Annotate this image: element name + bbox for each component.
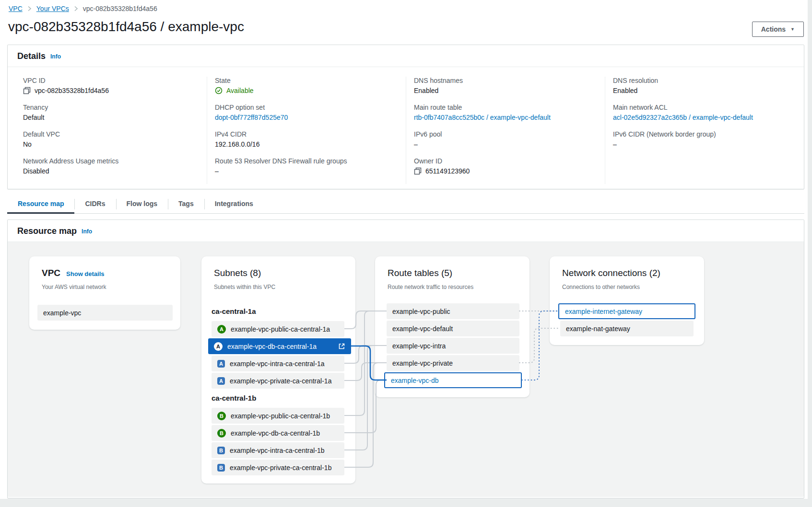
details-column-3: DNS hostnames Enabled Main route table r… bbox=[406, 77, 605, 184]
ipv4-cidr-value: 192.168.0.0/16 bbox=[215, 140, 398, 148]
subnet-label: example-vpc-intra-ca-central-1a bbox=[230, 360, 325, 368]
dns-hostnames-value: Enabled bbox=[414, 87, 597, 94]
breadcrumb-your-vpcs-link[interactable]: Your VPCs bbox=[36, 5, 69, 12]
field-ipv4-cidr: IPv4 CIDR 192.168.0.0/16 bbox=[215, 130, 398, 148]
ipv6-pool-value: – bbox=[414, 140, 597, 148]
subnet-item-intra-1a[interactable]: A example-vpc-intra-ca-central-1a bbox=[212, 356, 344, 371]
field-label: DNS resolution bbox=[613, 77, 796, 84]
details-panel: Details Info VPC ID vpc-082b35328b1fd4a5… bbox=[7, 45, 804, 189]
route-table-item-public[interactable]: example-vpc-public bbox=[387, 303, 519, 319]
route-table-label: example-vpc-default bbox=[392, 325, 453, 333]
network-connection-label: example-nat-gateway bbox=[566, 325, 630, 333]
route-table-item-intra[interactable]: example-vpc-intra bbox=[387, 338, 519, 354]
field-ipv6-cidr: IPv6 CIDR (Network border group) – bbox=[613, 130, 796, 148]
field-dns-hostnames: DNS hostnames Enabled bbox=[414, 77, 597, 94]
actions-button-label: Actions bbox=[761, 25, 786, 33]
az-a-badge-icon: A bbox=[214, 342, 223, 351]
subnet-label: example-vpc-intra-ca-central-1b bbox=[230, 447, 325, 454]
route-table-label: example-vpc-public bbox=[392, 308, 450, 315]
az-a-badge-icon: A bbox=[217, 377, 225, 385]
details-info-link[interactable]: Info bbox=[50, 53, 61, 60]
route-table-item-db-highlighted[interactable]: example-vpc-db bbox=[384, 372, 522, 388]
copy-icon[interactable] bbox=[23, 87, 31, 94]
route53-firewall-value: – bbox=[215, 167, 398, 175]
chevron-right-icon bbox=[74, 5, 78, 12]
copy-icon[interactable] bbox=[414, 167, 422, 175]
field-label: IPv6 pool bbox=[414, 130, 597, 138]
tab-cidrs[interactable]: CIDRs bbox=[74, 195, 116, 213]
dhcp-option-set-link[interactable]: dopt-0bf772ff87d525e70 bbox=[215, 114, 398, 121]
field-label: Default VPC bbox=[23, 130, 199, 138]
subnet-item-private-1b[interactable]: B example-vpc-private-ca-central-1b bbox=[212, 460, 344, 475]
field-label: Network Address Usage metrics bbox=[23, 157, 199, 165]
subnet-label: example-vpc-private-ca-central-1b bbox=[230, 464, 331, 472]
field-label: IPv4 CIDR bbox=[215, 130, 398, 138]
subnet-label: example-vpc-db-ca-central-1a bbox=[227, 343, 317, 350]
network-item-nat-gateway[interactable]: example-nat-gateway bbox=[560, 321, 694, 336]
resource-map-info-link[interactable]: Info bbox=[82, 228, 92, 235]
route-tables-card: Route tables (5) Route network traffic t… bbox=[375, 256, 530, 397]
network-connection-label: example-internet-gateway bbox=[565, 308, 642, 315]
subnet-label: example-vpc-public-ca-central-1a bbox=[231, 325, 330, 333]
field-state: State Available bbox=[215, 77, 398, 94]
details-grid: VPC ID vpc-082b35328b1fd4a56 Tenancy Def… bbox=[8, 67, 804, 188]
tenancy-value: Default bbox=[23, 114, 199, 121]
main-network-acl-link[interactable]: acl-02e5d92327a2c365b / example-vpc-defa… bbox=[613, 114, 796, 121]
route-tables-card-title: Route tables (5) bbox=[388, 268, 452, 278]
network-item-internet-gateway-highlighted[interactable]: example-internet-gateway bbox=[558, 303, 695, 319]
breadcrumb-vpc-link[interactable]: VPC bbox=[9, 5, 23, 12]
tab-integrations[interactable]: Integrations bbox=[204, 195, 264, 213]
vpc-id-value: vpc-082b35328b1fd4a56 bbox=[35, 87, 109, 94]
route-table-label: example-vpc-private bbox=[392, 359, 453, 367]
main-route-table-link[interactable]: rtb-0fb7407a8cc525b0c / example-vpc-defa… bbox=[414, 114, 597, 121]
tab-flow-logs[interactable]: Flow logs bbox=[116, 195, 168, 213]
resource-map-title: Resource map bbox=[17, 226, 77, 236]
az-a-badge-icon: A bbox=[217, 360, 225, 368]
route-table-item-default[interactable]: example-vpc-default bbox=[387, 321, 519, 336]
field-label: Main route table bbox=[414, 104, 597, 111]
network-card-title: Network connections (2) bbox=[562, 268, 660, 278]
field-dhcp-option-set: DHCP option set dopt-0bf772ff87d525e70 bbox=[215, 104, 398, 121]
subnet-item-db-1a-selected[interactable]: A example-vpc-db-ca-central-1a bbox=[208, 338, 351, 354]
subnet-item-public-1b[interactable]: B example-vpc-public-ca-central-1b bbox=[212, 408, 344, 424]
state-value: Available bbox=[226, 87, 254, 94]
route-table-label: example-vpc-intra bbox=[392, 342, 446, 350]
az-b-badge-icon: B bbox=[217, 429, 226, 438]
az-b-badge-icon: B bbox=[217, 447, 225, 454]
breadcrumb-current: vpc-082b35328b1fd4a56 bbox=[83, 5, 157, 12]
chevron-right-icon bbox=[27, 5, 32, 12]
details-title: Details bbox=[17, 51, 46, 61]
subnet-item-intra-1b[interactable]: B example-vpc-intra-ca-central-1b bbox=[212, 442, 344, 458]
resource-map-content: VPC Show details Your AWS virtual networ… bbox=[8, 242, 804, 497]
field-default-vpc: Default VPC No bbox=[23, 130, 199, 148]
field-ipv6-pool: IPv6 pool – bbox=[414, 130, 597, 148]
tab-resource-map[interactable]: Resource map bbox=[7, 195, 74, 213]
network-card-subtitle: Connections to other networks bbox=[562, 284, 640, 290]
az-b-badge-icon: B bbox=[217, 412, 226, 420]
subnet-label: example-vpc-public-ca-central-1b bbox=[231, 412, 330, 420]
resource-map-header: Resource map Info bbox=[8, 220, 804, 242]
subnet-item-private-1a[interactable]: A example-vpc-private-ca-central-1a bbox=[212, 373, 344, 389]
subnet-item-db-1b[interactable]: B example-vpc-db-ca-central-1b bbox=[212, 425, 344, 441]
route-table-item-private[interactable]: example-vpc-private bbox=[387, 355, 519, 371]
subnet-item-public-1a[interactable]: A example-vpc-public-ca-central-1a bbox=[212, 321, 344, 337]
actions-button[interactable]: Actions ▼ bbox=[752, 22, 804, 37]
vpc-item-label: example-vpc bbox=[43, 309, 81, 317]
page-title: vpc-082b35328b1fd4a56 / example-vpc bbox=[8, 19, 244, 35]
ipv6-cidr-value: – bbox=[613, 140, 796, 148]
network-connections-card: Network connections (2) Connections to o… bbox=[550, 256, 704, 345]
tab-tags[interactable]: Tags bbox=[168, 195, 204, 213]
show-details-link[interactable]: Show details bbox=[66, 270, 104, 277]
field-label: Tenancy bbox=[23, 104, 199, 111]
field-label: Route 53 Resolver DNS Firewall rule grou… bbox=[215, 157, 398, 165]
field-label: State bbox=[215, 77, 398, 84]
vpc-item[interactable]: example-vpc bbox=[37, 305, 173, 321]
field-label: VPC ID bbox=[23, 77, 199, 84]
route-table-label: example-vpc-db bbox=[391, 377, 439, 384]
route-tables-card-subtitle: Route network traffic to resources bbox=[388, 284, 473, 290]
resource-map-panel: Resource map Info VPC Show details Your … bbox=[7, 219, 804, 498]
field-route53-firewall: Route 53 Resolver DNS Firewall rule grou… bbox=[215, 157, 398, 175]
page-bottom-gutter bbox=[0, 499, 812, 507]
external-link-icon[interactable] bbox=[338, 343, 345, 350]
caret-down-icon: ▼ bbox=[790, 27, 795, 32]
